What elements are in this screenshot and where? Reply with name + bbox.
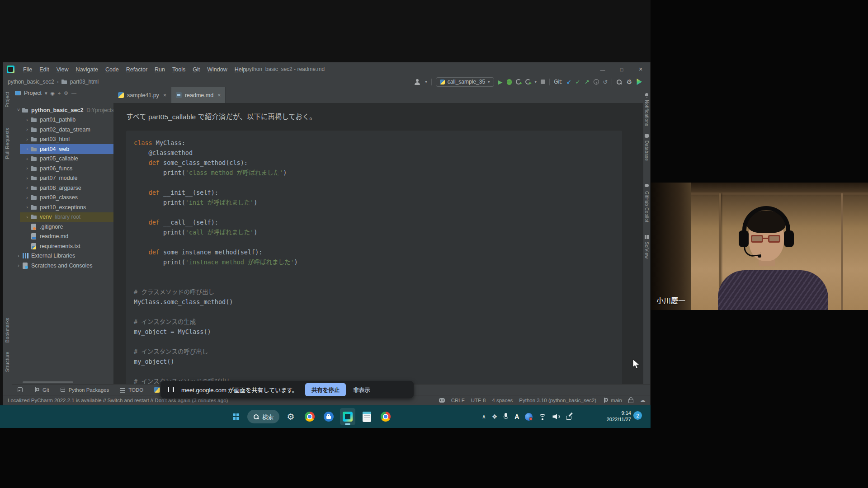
project-tree-item[interactable]: ›part05_callable — [12, 154, 113, 164]
tool-window-switcher-icon[interactable] — [17, 387, 23, 393]
status-indicator[interactable]: CRLF — [451, 398, 465, 403]
tool-stripe-project[interactable]: Project — [5, 92, 10, 108]
git-update-button[interactable]: ↙ — [566, 79, 571, 85]
history-button[interactable] — [594, 79, 599, 84]
menu-help[interactable]: Help — [235, 66, 246, 73]
project-tree-item[interactable]: ›External Libraries — [12, 251, 113, 261]
collapse-all-icon[interactable]: ÷ — [58, 90, 61, 96]
project-tree-item[interactable]: ˅python_basic_sec2D:¥projects — [12, 105, 113, 115]
breadcrumb-item[interactable]: part03_html — [70, 79, 99, 85]
menu-file[interactable]: File — [23, 66, 32, 73]
project-tree-item[interactable]: ›venvlibrary root — [12, 212, 113, 222]
cloud-icon[interactable]: ☁ — [640, 397, 646, 403]
pycharm-app-button[interactable] — [340, 408, 355, 425]
tree-chevron-icon[interactable]: › — [24, 215, 30, 220]
tool-window-button-todo[interactable]: TODO — [120, 387, 143, 393]
tree-chevron-icon[interactable]: › — [15, 263, 22, 268]
project-tree-item[interactable]: ›part07_module — [12, 174, 113, 183]
tool-stripe-sciview[interactable]: SciView — [644, 242, 649, 259]
run-configuration-select[interactable]: call_sample_35 ▾ — [436, 77, 494, 87]
tool-stripe-github-copilot[interactable]: GitHub Copilot — [644, 191, 649, 222]
undo-button[interactable]: ↺ — [603, 79, 608, 85]
taskbar-search[interactable]: 検索 — [247, 410, 279, 423]
tree-chevron-icon[interactable]: › — [15, 253, 22, 258]
project-tree-item[interactable]: ›part04_web — [12, 144, 113, 154]
tree-chevron-icon[interactable]: › — [24, 166, 30, 171]
chevron-down-icon[interactable]: ▾ — [45, 90, 47, 96]
chrome-app-button-2[interactable] — [378, 408, 393, 425]
menu-window[interactable]: Window — [207, 66, 227, 73]
user-profile-icon[interactable] — [414, 79, 421, 85]
project-tree-item[interactable]: .gitignore — [12, 222, 113, 232]
hide-banner-button[interactable]: 非表示 — [353, 385, 370, 394]
locate-file-icon[interactable]: ◉ — [50, 90, 55, 96]
project-panel-title[interactable]: Project — [24, 90, 42, 96]
editor-tab-readme.md[interactable]: readme.md× — [171, 87, 226, 103]
tool-stripe-database[interactable]: Database — [644, 141, 649, 161]
menu-view[interactable]: View — [57, 66, 69, 73]
search-everywhere-icon[interactable] — [616, 79, 622, 85]
tool-stripe-structure[interactable]: Structure — [5, 352, 10, 372]
git-commit-button[interactable]: ✓ — [576, 79, 580, 85]
tool-stripe-bookmarks[interactable]: Bookmarks — [5, 318, 10, 343]
chevron-down-icon[interactable]: ▾ — [425, 80, 427, 84]
ime-mode-icon[interactable]: A — [514, 413, 519, 420]
hide-panel-icon[interactable]: — — [71, 90, 76, 96]
git-branch-widget[interactable]: main — [603, 397, 622, 403]
tree-chevron-icon[interactable]: › — [24, 127, 30, 132]
pause-icon[interactable] — [168, 387, 174, 392]
close-button[interactable]: ✕ — [631, 62, 650, 76]
lock-app-button[interactable] — [321, 408, 336, 425]
notepad-app-button[interactable] — [359, 408, 374, 425]
git-push-button[interactable]: ↗ — [585, 79, 590, 85]
tree-chevron-icon[interactable]: › — [24, 146, 30, 151]
pen-icon[interactable] — [566, 413, 573, 420]
gear-icon[interactable]: ⚙ — [64, 90, 68, 96]
tree-chevron-icon[interactable]: › — [24, 176, 30, 181]
project-tree-item[interactable]: requirements.txt — [12, 241, 113, 251]
project-tree-item[interactable]: ›Scratches and Consoles — [12, 261, 113, 271]
tool-stripe-pull-requests[interactable]: Pull Requests — [5, 128, 10, 159]
tree-chevron-icon[interactable]: › — [24, 185, 30, 190]
microphone-icon[interactable] — [503, 413, 509, 420]
minimize-button[interactable]: — — [593, 62, 612, 76]
tray-expand-icon[interactable]: ∧ — [482, 413, 486, 420]
notification-sphere-icon[interactable] — [525, 413, 533, 421]
dropbox-icon[interactable]: ❖ — [492, 413, 498, 420]
webcam-tile[interactable]: 小川慶一 — [651, 183, 868, 310]
wifi-icon[interactable] — [538, 414, 547, 420]
project-tree-item[interactable]: ›part06_funcs — [12, 164, 113, 174]
speaker-icon[interactable] — [552, 413, 560, 420]
project-tree-item[interactable]: ›part03_html — [12, 135, 113, 145]
editor-tab-sample41.py[interactable]: sample41.py× — [113, 87, 171, 103]
menu-git[interactable]: Git — [193, 66, 200, 73]
breadcrumb-item[interactable]: python_basic_sec2 — [8, 79, 54, 85]
tool-window-button-git[interactable]: Git — [34, 387, 49, 393]
menu-edit[interactable]: Edit — [39, 66, 49, 73]
profiler-button[interactable] — [516, 79, 521, 84]
chevron-down-icon[interactable]: ▾ — [535, 80, 537, 84]
maximize-button[interactable]: □ — [612, 62, 631, 76]
tree-chevron-icon[interactable]: › — [24, 117, 30, 122]
chrome-app-button[interactable] — [302, 408, 317, 425]
tree-chevron-icon[interactable]: › — [24, 195, 30, 200]
stop-button[interactable] — [541, 80, 545, 84]
settings-app-button[interactable]: ⚙ — [283, 408, 298, 425]
tree-chevron-icon[interactable]: › — [24, 205, 30, 210]
unlock-icon[interactable] — [628, 399, 633, 403]
project-tree-item[interactable]: ›part01_pathlib — [12, 115, 113, 125]
project-tree-item[interactable]: ›part09_classes — [12, 193, 113, 203]
run-button[interactable]: ▶ — [498, 79, 503, 85]
status-notification[interactable]: Localized PyCharm 2022.2.1 is available … — [8, 398, 228, 403]
plugin-icon[interactable] — [636, 79, 642, 85]
close-tab-icon[interactable]: × — [217, 92, 221, 99]
menu-refactor[interactable]: Refactor — [126, 66, 147, 73]
notification-badge[interactable]: 2 — [633, 411, 642, 420]
project-tree-item[interactable]: ›part02_data_stream — [12, 125, 113, 135]
menu-run[interactable]: Run — [155, 66, 165, 73]
tool-window-button-python-packages[interactable]: Python Packages — [60, 387, 109, 393]
status-indicator[interactable]: UTF-8 — [471, 398, 486, 403]
tree-chevron-icon[interactable]: › — [24, 156, 30, 161]
project-tree-item[interactable]: ›part08_argparse — [12, 183, 113, 193]
stop-sharing-button[interactable]: 共有を停止 — [305, 383, 346, 396]
